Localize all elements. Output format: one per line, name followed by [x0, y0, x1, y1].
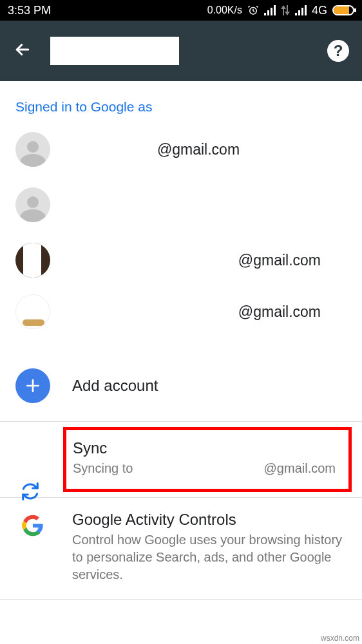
sync-icon	[21, 482, 40, 504]
alarm-icon	[247, 5, 259, 16]
sync-sub-prefix: Syncing to	[73, 460, 133, 477]
svg-rect-3	[271, 8, 272, 15]
signed-in-heading: Signed in to Google as	[0, 94, 362, 124]
svg-rect-2	[267, 10, 269, 15]
account-email: @gmail.com	[50, 303, 347, 321]
sync-subtitle: Syncing to @gmail.com	[73, 460, 336, 477]
add-account-label: Add account	[72, 377, 158, 395]
activity-controls-row[interactable]: Google Activity Controls Control how Goo…	[0, 498, 362, 599]
signal-icon	[264, 5, 276, 15]
battery-icon	[332, 5, 354, 15]
account-email: @gmail.com	[50, 252, 347, 269]
sync-sub-email: @gmail.com	[264, 460, 336, 477]
avatar-photo	[15, 294, 50, 329]
content-scroll[interactable]: Signed in to Google as @gmail.com @gmail…	[0, 81, 362, 600]
avatar-placeholder-icon	[15, 132, 50, 167]
data-transfer-icon	[281, 5, 290, 15]
account-row[interactable]: @gmail.com	[0, 124, 362, 175]
account-row[interactable]	[0, 175, 362, 234]
status-indicators-right: 0.00K/s 4G	[207, 4, 354, 17]
svg-rect-1	[264, 13, 266, 15]
account-row[interactable]: @gmail.com	[0, 234, 362, 286]
divider	[0, 421, 362, 422]
app-bar: ?	[0, 21, 362, 81]
sync-row[interactable]: Sync Syncing to @gmail.com	[66, 430, 348, 489]
add-icon	[15, 368, 50, 403]
svg-rect-8	[305, 5, 307, 15]
android-status-bar: 3:53 PM 0.00K/s	[0, 0, 362, 21]
avatar-placeholder-icon	[15, 187, 50, 222]
activity-title: Google Activity Controls	[72, 511, 347, 529]
status-time: 3:53 PM	[8, 4, 51, 17]
status-network-label: 4G	[312, 4, 327, 17]
account-row[interactable]: @gmail.com	[0, 286, 362, 337]
sync-highlight: Sync Syncing to @gmail.com	[63, 427, 352, 492]
divider	[0, 599, 362, 600]
back-button[interactable]	[13, 40, 32, 62]
svg-rect-7	[301, 8, 303, 15]
svg-rect-5	[295, 13, 297, 15]
svg-rect-6	[298, 10, 300, 15]
help-icon: ?	[334, 42, 343, 60]
signal-icon-2	[295, 5, 307, 15]
activity-subtitle: Control how Google uses your browsing hi…	[72, 531, 347, 583]
status-data-speed: 0.00K/s	[207, 5, 242, 16]
add-account-row[interactable]: Add account	[0, 337, 362, 421]
attribution-watermark: wsxdn.com	[321, 634, 359, 643]
help-button[interactable]: ?	[327, 40, 349, 62]
avatar-photo	[15, 243, 50, 278]
svg-rect-4	[274, 5, 276, 15]
google-g-icon	[22, 515, 44, 539]
sync-title: Sync	[73, 439, 336, 457]
account-email: @gmail.com	[50, 141, 347, 158]
app-bar-title-redacted	[50, 37, 179, 65]
